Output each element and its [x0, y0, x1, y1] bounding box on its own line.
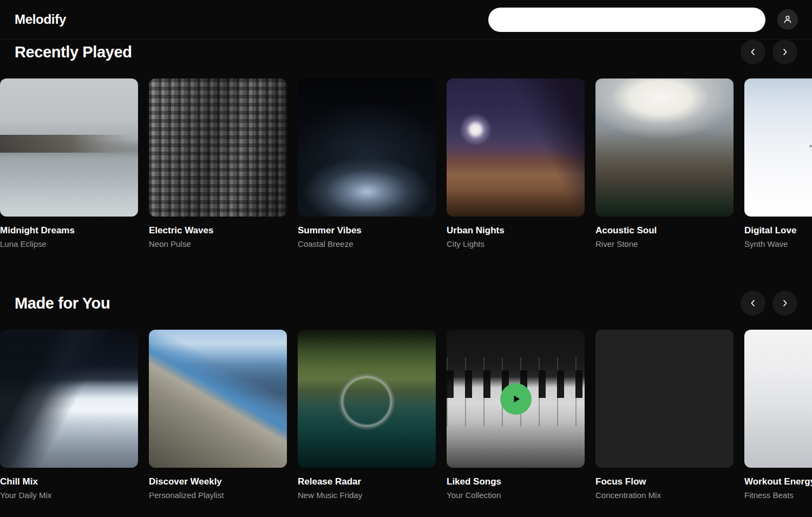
card-title: Electric Waves [149, 225, 287, 236]
playlist-card[interactable]: Midnight Dreams Luna Eclipse [0, 78, 138, 248]
album-art [149, 78, 287, 217]
card-subtitle: Your Collection [447, 490, 585, 500]
playlist-card[interactable]: Acoustic Soul River Stone [595, 78, 734, 248]
card-title: Digital Love [744, 225, 812, 236]
user-icon [782, 14, 793, 25]
section-header: Made for You [0, 291, 812, 316]
app-header: Melodify [0, 0, 812, 40]
card-title: Focus Flow [595, 476, 734, 487]
card-title: Release Radar [298, 476, 436, 487]
card-title: Midnight Dreams [0, 225, 138, 236]
card-subtitle: Neon Pulse [149, 239, 287, 248]
main-content: Recently Played Midnight Dreams Luna Ecl… [0, 40, 812, 500]
playlist-card[interactable]: Release Radar New Music Friday [298, 330, 436, 500]
album-art [0, 78, 138, 217]
carousel-prev-button[interactable] [741, 40, 765, 64]
card-subtitle: Concentration Mix [595, 490, 734, 500]
album-art [744, 330, 812, 468]
carousel-prev-button[interactable] [741, 291, 765, 316]
playlist-card[interactable]: Liked Songs Your Collection [447, 330, 585, 500]
album-art [447, 330, 585, 468]
section-made-for-you: Made for You Chill Mix Your Daily Mix Di… [0, 291, 812, 500]
card-subtitle: Personalized Playlist [149, 490, 287, 500]
card-subtitle: New Music Friday [298, 490, 436, 500]
section-recently-played: Recently Played Midnight Dreams Luna Ecl… [0, 40, 812, 248]
chevron-right-icon [780, 47, 790, 57]
playlist-card[interactable]: Discover Weekly Personalized Playlist [149, 330, 287, 500]
card-subtitle: Luna Eclipse [0, 239, 138, 248]
album-art [0, 330, 138, 468]
card-subtitle: Fitness Beats [744, 490, 812, 500]
profile-button[interactable] [777, 9, 798, 30]
album-art [298, 78, 436, 217]
card-subtitle: Synth Wave [744, 239, 812, 248]
playlist-card[interactable]: Electric Waves Neon Pulse [149, 78, 287, 248]
header-right-group [488, 8, 798, 32]
card-title: Chill Mix [0, 476, 138, 487]
album-art [149, 330, 287, 468]
chevron-left-icon [748, 298, 758, 308]
carousel-nav [741, 291, 797, 316]
section-header: Recently Played [0, 40, 812, 64]
play-icon [509, 392, 522, 405]
playlist-card[interactable]: Focus Flow Concentration Mix [595, 330, 734, 500]
playlist-card[interactable]: Urban Nights City Lights [447, 78, 585, 248]
card-row: Midnight Dreams Luna Eclipse Electric Wa… [0, 78, 812, 248]
carousel-next-button[interactable] [772, 291, 797, 316]
card-subtitle: River Stone [595, 239, 734, 248]
card-row: Chill Mix Your Daily Mix Discover Weekly… [0, 330, 812, 500]
carousel-next-button[interactable] [772, 40, 797, 64]
play-button[interactable] [500, 383, 532, 415]
chevron-right-icon [780, 298, 790, 308]
album-art [595, 78, 734, 217]
card-title: Summer Vibes [298, 225, 436, 236]
playlist-card[interactable]: Workout Energy Fitness Beats [744, 330, 812, 500]
card-subtitle: Your Daily Mix [0, 490, 138, 500]
app-logo: Melodify [15, 12, 66, 27]
card-title: Liked Songs [447, 476, 585, 487]
playlist-card[interactable]: Summer Vibes Coastal Breeze [298, 78, 436, 248]
card-title: Urban Nights [447, 225, 585, 236]
playlist-card[interactable]: Chill Mix Your Daily Mix [0, 330, 138, 500]
album-art [298, 330, 436, 468]
carousel-nav [741, 40, 797, 64]
album-art [744, 78, 812, 217]
section-title: Made for You [15, 295, 110, 312]
card-title: Workout Energy [744, 476, 812, 487]
section-title: Recently Played [15, 43, 132, 61]
album-art [595, 330, 734, 468]
playlist-card[interactable]: Digital Love Synth Wave [744, 78, 812, 248]
card-subtitle: City Lights [447, 239, 585, 248]
album-art [447, 78, 585, 217]
chevron-left-icon [748, 47, 758, 57]
card-title: Acoustic Soul [595, 225, 734, 236]
card-subtitle: Coastal Breeze [298, 239, 436, 248]
card-title: Discover Weekly [149, 476, 287, 487]
search-input[interactable] [488, 8, 765, 32]
